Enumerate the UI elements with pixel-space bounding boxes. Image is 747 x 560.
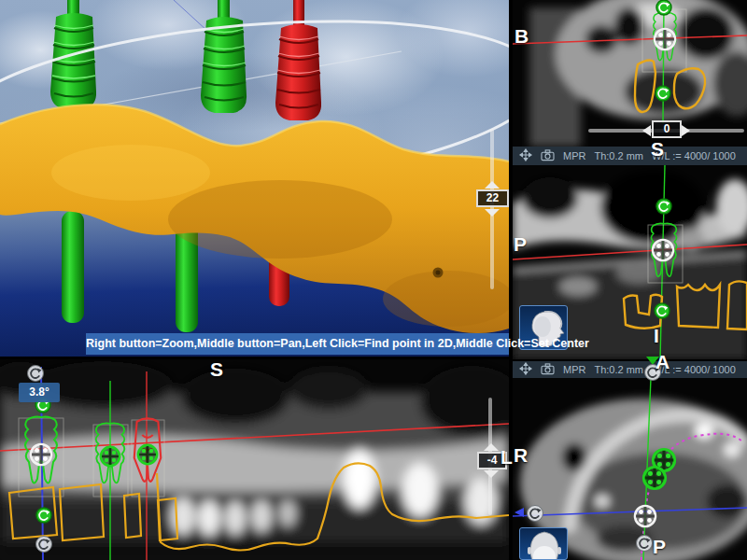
- orientation-label-r: R: [514, 444, 528, 467]
- orientation-label-b: B: [514, 25, 529, 48]
- rotate-handle-icon[interactable]: [28, 366, 44, 382]
- pan-icon[interactable]: [519, 362, 532, 377]
- implant-handle-icon[interactable]: [656, 199, 671, 214]
- implant-screw-red[interactable]: [275, 0, 321, 120]
- target-icon[interactable]: [31, 444, 51, 465]
- orientation-label-a: A: [655, 351, 669, 373]
- orientation-label-p-sagittal: P: [514, 233, 527, 256]
- orientation-label-s-cross: S: [210, 358, 223, 381]
- implant-handle-icon[interactable]: [36, 508, 51, 523]
- mouse-hint-text: Right button=Zoom,Middle button=Pan,Left…: [86, 337, 589, 350]
- depth-slider-down-arrow-icon[interactable]: [485, 209, 500, 217]
- pan-icon[interactable]: [519, 148, 532, 163]
- depth-slider-3d[interactable]: 22: [474, 129, 512, 293]
- viewport-sagittal[interactable]: [513, 165, 747, 359]
- camera-icon[interactable]: [541, 149, 555, 163]
- orientation-label-s-coronal: S: [651, 138, 664, 161]
- target-icon[interactable]: [655, 29, 675, 49]
- window-level-label: W/L := 4000/ 1000: [652, 150, 736, 161]
- slice-thickness-label: Th:0.2 mm: [594, 150, 643, 161]
- implant-planning-app: Right button=Zoom,Middle button=Pan,Left…: [0, 0, 747, 560]
- implant2-target-icon[interactable]: [101, 447, 120, 466]
- offset-slider-up-arrow-icon[interactable]: [484, 443, 499, 451]
- target-icon[interactable]: [635, 506, 655, 526]
- depth-slider-up-arrow-icon[interactable]: [485, 181, 500, 189]
- angle-badge: 3.8°: [19, 383, 60, 402]
- crosshair-sagittal-line: [663, 0, 664, 123]
- viewport-3d[interactable]: Right button=Zoom,Middle button=Pan,Left…: [0, 0, 509, 357]
- implant-handle-icon[interactable]: [655, 86, 670, 101]
- rotate-handle-icon[interactable]: [528, 506, 543, 522]
- viewport-cross-section[interactable]: 22.2mm 20304050708090100110120: [0, 359, 509, 560]
- position-slider-left-arrow-icon[interactable]: [642, 125, 651, 136]
- position-slider-right-arrow-icon[interactable]: [682, 125, 690, 136]
- implant-handle-icon[interactable]: [655, 303, 669, 318]
- orientation-label-l: L: [500, 446, 513, 469]
- implant-handle-icon[interactable]: [656, 0, 671, 15]
- offset-slider-down-arrow-icon[interactable]: [484, 470, 499, 478]
- rotate-handle-icon[interactable]: [36, 537, 52, 553]
- ct-image-cross-section: [0, 361, 509, 560]
- position-slider-value[interactable]: 0: [652, 120, 682, 138]
- orientation-label-i: I: [654, 325, 659, 347]
- target-icon[interactable]: [653, 240, 673, 260]
- viewport-coronal[interactable]: 0: [513, 0, 747, 147]
- depth-slider-value[interactable]: 22: [476, 189, 509, 207]
- implant-section-green-2[interactable]: [644, 468, 666, 489]
- mouse-hint-bar: Right button=Zoom,Middle button=Pan,Left…: [86, 333, 509, 355]
- toolbar-axial: MPR Th:0.2 mm W/L := 4000/ 1000: [513, 361, 747, 378]
- implant3-target-icon[interactable]: [138, 445, 157, 464]
- mpr-mode-label[interactable]: MPR: [563, 150, 585, 161]
- mpr-mode-label[interactable]: MPR: [563, 364, 585, 375]
- viewport-axial[interactable]: [513, 378, 747, 560]
- orientation-label-p-axial: P: [653, 536, 666, 558]
- slice-thickness-label: Th:0.2 mm: [594, 364, 643, 375]
- position-slider[interactable]: 0: [588, 120, 747, 141]
- toolbar-sagittal: MPR Th:0.2 mm W/L := 4000/ 1000: [513, 147, 747, 165]
- camera-icon[interactable]: [541, 363, 555, 377]
- rotate-handle-icon[interactable]: [637, 536, 653, 552]
- head-axial-icon[interactable]: [519, 527, 568, 560]
- implant-screw-green-2[interactable]: [201, 0, 247, 113]
